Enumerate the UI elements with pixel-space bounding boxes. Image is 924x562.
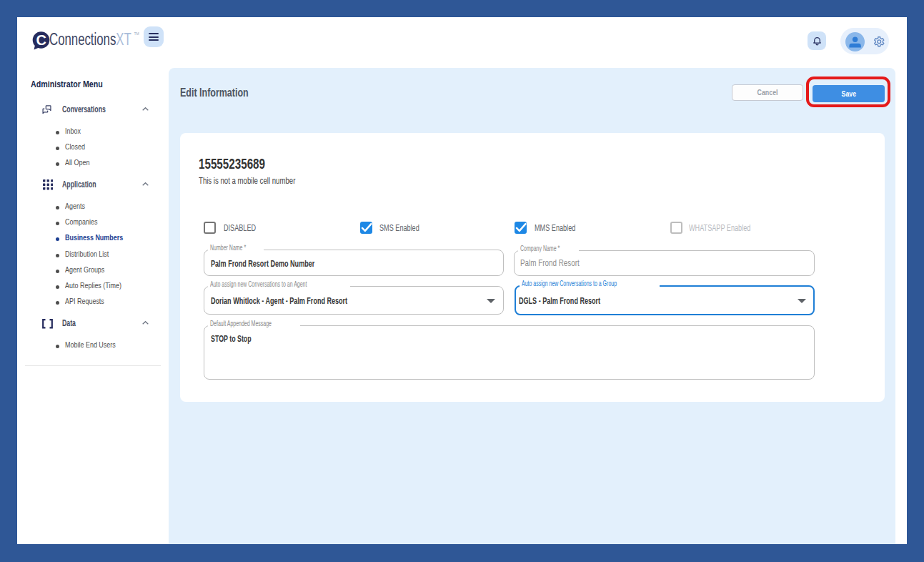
svg-text:C: C — [36, 32, 46, 48]
